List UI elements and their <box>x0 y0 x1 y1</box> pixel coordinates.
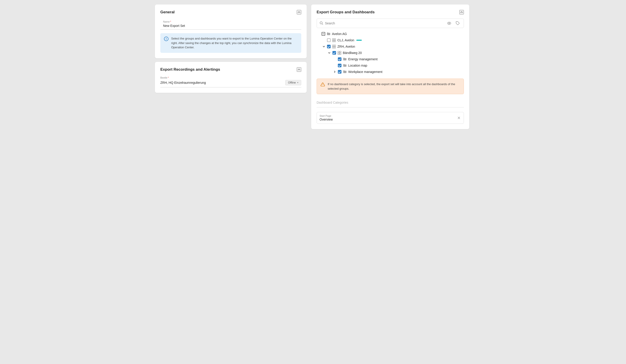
right-panel-header: Export Groups and Dashboards <box>317 10 464 14</box>
svg-rect-11 <box>332 47 334 48</box>
folder-icon <box>343 57 347 61</box>
info-banner: i Select the groups and dashboards you w… <box>160 33 301 53</box>
location-label: Location map <box>348 64 367 67</box>
beetle-select-row: ZRH, HQ Einzelraumregulierung Offline ▾ <box>160 80 301 87</box>
bandliweg-checkbox[interactable] <box>332 51 336 55</box>
tree-item-energy: Energy management <box>317 56 464 62</box>
beetle-value: ZRH, HQ Einzelraumregulierung <box>160 81 285 84</box>
recordings-card: Export Recordings and Alertings Beetle* … <box>155 62 307 93</box>
start-page-field[interactable]: Start Page Overview <box>317 112 464 124</box>
energy-label: Energy management <box>348 57 378 61</box>
recordings-card-header: Export Recordings and Alertings <box>160 67 301 72</box>
beetle-field-group: Beetle* ZRH, HQ Einzelraumregulierung Of… <box>160 76 301 87</box>
clj-avelon-label: CLJ, Avelon <box>337 38 354 42</box>
tree-item-workplace: Workplace management <box>317 69 464 75</box>
svg-rect-12 <box>334 47 336 48</box>
grid-icon <box>332 38 336 42</box>
svg-line-1 <box>322 24 323 25</box>
search-input[interactable] <box>325 21 444 25</box>
svg-rect-10 <box>334 45 336 46</box>
svg-point-0 <box>320 22 322 24</box>
svg-rect-15 <box>338 53 339 54</box>
tree-item-bandliweg: Bändliweg 20 <box>317 50 464 56</box>
right-panel-collapse-button[interactable] <box>459 10 464 14</box>
recordings-collapse-button[interactable] <box>297 67 301 72</box>
tag-icon-button[interactable] <box>455 20 461 26</box>
eye-icon-button[interactable] <box>446 20 452 26</box>
workplace-checkbox[interactable] <box>338 70 342 74</box>
dashboard-categories-placeholder: Dashboard Categories <box>317 101 348 104</box>
warning-icon <box>320 82 325 87</box>
avelon-ag-label: Avelon AG <box>332 32 347 36</box>
info-icon: i <box>164 37 168 41</box>
general-title: General <box>160 10 175 14</box>
folder-icon <box>343 63 347 68</box>
folder-icon <box>343 70 347 74</box>
grid-icon <box>337 51 342 55</box>
start-page-content: Start Page Overview <box>319 115 333 121</box>
right-panel: Export Groups and Dashboards <box>311 4 469 129</box>
svg-rect-13 <box>338 51 339 53</box>
bandliweg-label: Bändliweg 20 <box>343 51 362 55</box>
workplace-label: Workplace management <box>348 70 382 74</box>
clj-avelon-checkbox[interactable] <box>327 38 331 42</box>
info-text: Select the groups and dashboards you wan… <box>171 36 298 50</box>
zrh-avelon-expand-button[interactable] <box>322 45 326 48</box>
svg-rect-5 <box>332 39 334 40</box>
bandliweg-expand-button[interactable] <box>327 51 331 55</box>
recordings-title: Export Recordings and Alertings <box>160 67 220 72</box>
right-panel-title: Export Groups and Dashboards <box>317 10 375 14</box>
name-field-group: Name* <box>160 19 301 30</box>
svg-rect-7 <box>332 40 334 42</box>
name-input[interactable] <box>160 19 301 30</box>
location-checkbox[interactable] <box>338 64 342 67</box>
general-collapse-button[interactable] <box>297 10 301 14</box>
svg-rect-8 <box>334 40 336 42</box>
search-bar <box>317 19 464 28</box>
start-page-container: Start Page Overview <box>317 111 464 124</box>
svg-rect-16 <box>340 53 341 54</box>
beetle-label: Beetle* <box>160 76 301 79</box>
tree-item-avelon-ag: Avelon AG <box>317 31 464 37</box>
teal-status-bar <box>356 40 362 41</box>
svg-point-2 <box>448 22 451 25</box>
svg-rect-9 <box>332 45 334 46</box>
energy-checkbox[interactable] <box>338 57 342 61</box>
start-page-value: Overview <box>319 118 333 121</box>
tree-item-clj-avelon: CLJ, Avelon <box>317 37 464 43</box>
grid-icon <box>332 44 336 48</box>
search-icon <box>319 21 323 26</box>
tree-item-location: Location map <box>317 62 464 69</box>
start-page-label: Start Page <box>319 115 333 117</box>
start-page-clear-button[interactable] <box>457 116 461 120</box>
workplace-expand-button[interactable] <box>333 70 337 74</box>
tree-item-zrh-avelon: ZRH, Avelon <box>317 43 464 50</box>
dropdown-caret-icon: ▾ <box>297 81 298 84</box>
svg-point-3 <box>449 23 450 24</box>
warning-text: If no dashboard category is selected, th… <box>328 82 460 91</box>
tree: Avelon AG CLJ, Avelon <box>317 31 464 75</box>
status-badge[interactable]: Offline ▾ <box>285 80 301 85</box>
folder-icon <box>327 32 331 36</box>
svg-rect-6 <box>334 39 336 40</box>
zrh-avelon-label: ZRH, Avelon <box>337 45 355 48</box>
svg-rect-14 <box>340 51 341 53</box>
warning-banner: If no dashboard category is selected, th… <box>317 79 464 94</box>
dashboard-categories-field[interactable]: Dashboard Categories <box>317 98 464 108</box>
zrh-avelon-checkbox[interactable] <box>327 45 331 48</box>
name-label: Name* <box>163 20 171 23</box>
general-card: General Name* i Select the groups and da… <box>155 4 307 58</box>
avelon-ag-checkbox[interactable] <box>322 32 325 36</box>
general-card-header: General <box>160 10 301 14</box>
search-actions <box>446 20 461 26</box>
